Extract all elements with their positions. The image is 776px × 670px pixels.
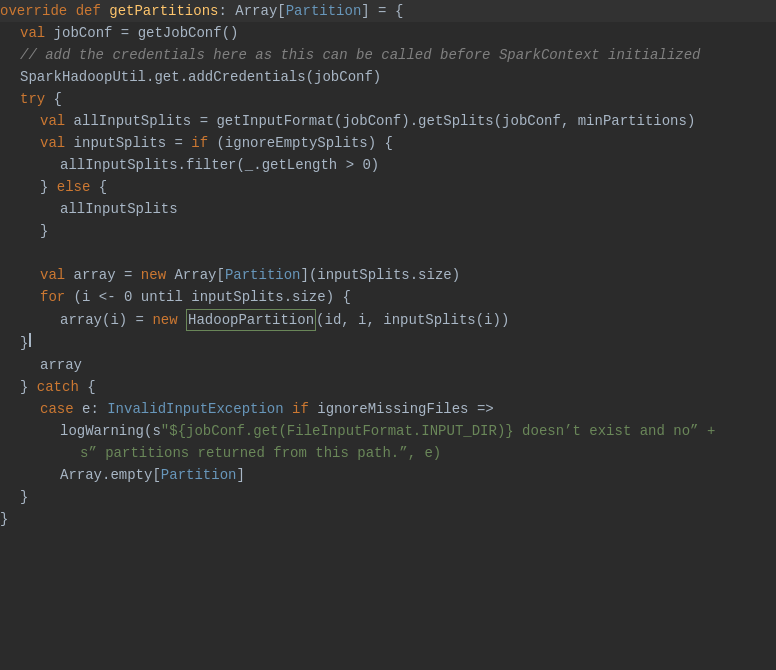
code-line-7: val inputSplits = if (ignoreEmptySplits)… — [0, 132, 776, 154]
code-line-24: } — [0, 508, 776, 530]
code-line-11: } — [0, 220, 776, 242]
token: ](inputSplits.size) — [301, 265, 461, 285]
code-line-21: s” partitions returned from this path.”,… — [0, 442, 776, 464]
code-editor: override def getPartitions: Array[Partit… — [0, 0, 776, 670]
code-line-16: } — [0, 332, 776, 354]
code-line-20: logWarning(s"${jobConf.get(FileInputForm… — [0, 420, 776, 442]
token: "${jobConf.get(FileInputFormat.INPUT_DIR… — [161, 421, 716, 441]
token: else — [57, 177, 91, 197]
code-line-22: Array.empty[Partition] — [0, 464, 776, 486]
token: allInputSplits = getInputFormat(jobConf)… — [65, 111, 695, 131]
token: (id, i, inputSplits(i)) — [316, 310, 509, 330]
code-line-14: for (i <- 0 until inputSplits.size) { — [0, 286, 776, 308]
token: } — [40, 221, 48, 241]
token: Partition — [161, 465, 237, 485]
token: } — [20, 377, 37, 397]
token: catch — [37, 377, 79, 397]
token: logWarning(s — [60, 421, 161, 441]
token: val — [40, 265, 65, 285]
token: override def getPartitions: Array[Partit… — [0, 1, 403, 21]
token: new — [141, 265, 166, 285]
code-line-8: allInputSplits.filter(_.getLength > 0) — [0, 154, 776, 176]
highlight-hadooppartition: HadoopPartition — [186, 309, 316, 331]
token: } — [20, 487, 28, 507]
token: array(i) = — [60, 310, 152, 330]
code-line-13: val array = new Array[Partition](inputSp… — [0, 264, 776, 286]
code-line-4: SparkHadoopUtil.get.addCredentials(jobCo… — [0, 66, 776, 88]
code-line-1: override def getPartitions: Array[Partit… — [0, 0, 776, 22]
token: array — [40, 355, 82, 375]
token: if — [191, 133, 208, 153]
token: e: — [74, 399, 108, 419]
code-line-18: } catch { — [0, 376, 776, 398]
token: val jobConf = getJobConf() — [20, 23, 238, 43]
token: val — [40, 133, 65, 153]
code-line-12 — [0, 242, 776, 264]
token: allInputSplits — [60, 199, 178, 219]
token: } — [20, 333, 28, 353]
token: { — [45, 89, 62, 109]
code-line-3: // add the credentials here as this can … — [0, 44, 776, 66]
token: Partition — [225, 265, 301, 285]
token — [178, 310, 186, 330]
token: Array.empty[ — [60, 465, 161, 485]
token: allInputSplits.filter(_.getLength > 0) — [60, 155, 379, 175]
token: InvalidInputException — [107, 399, 283, 419]
token: val — [40, 111, 65, 131]
token: (i <- 0 until inputSplits.size) { — [65, 287, 351, 307]
token: } — [40, 177, 57, 197]
token: for — [40, 287, 65, 307]
token: inputSplits = — [65, 133, 191, 153]
token: (ignoreEmptySplits) { — [208, 133, 393, 153]
code-line-17: array — [0, 354, 776, 376]
token: s” partitions returned from this path.”,… — [80, 443, 441, 463]
token: ignoreMissingFiles => — [309, 399, 494, 419]
comment: // add the credentials here as this can … — [20, 45, 701, 65]
code-line-15: array(i) = new HadoopPartition(id, i, in… — [0, 308, 776, 332]
token: if — [292, 399, 309, 419]
token: new — [152, 310, 177, 330]
code-line-10: allInputSplits — [0, 198, 776, 220]
token: } — [0, 509, 8, 529]
token: ] — [236, 465, 244, 485]
token: Array[ — [166, 265, 225, 285]
token: array = — [65, 265, 141, 285]
token — [284, 399, 292, 419]
code-line-19: case e: InvalidInputException if ignoreM… — [0, 398, 776, 420]
token: { — [90, 177, 107, 197]
cursor — [29, 333, 31, 347]
token: try — [20, 89, 45, 109]
code-line-5: try { — [0, 88, 776, 110]
token: case — [40, 399, 74, 419]
token: SparkHadoopUtil.get.addCredentials(jobCo… — [20, 67, 381, 87]
token: { — [79, 377, 96, 397]
code-line-6: val allInputSplits = getInputFormat(jobC… — [0, 110, 776, 132]
code-line-23: } — [0, 486, 776, 508]
code-line-2: val jobConf = getJobConf() — [0, 22, 776, 44]
code-line-9: } else { — [0, 176, 776, 198]
